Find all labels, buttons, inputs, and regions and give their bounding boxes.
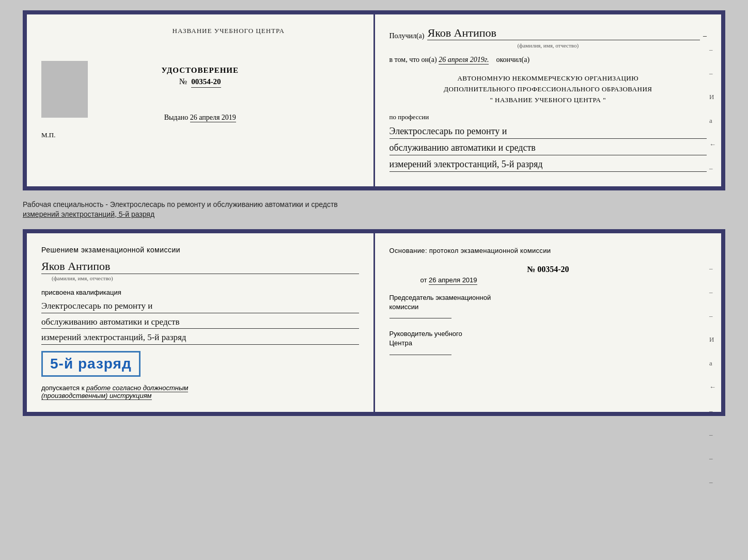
ot-line: от 26 апреля 2019	[389, 276, 707, 284]
protocol-number: № 00354-20	[389, 265, 707, 274]
profession-line2: обслуживанию автоматики и средств	[389, 141, 707, 155]
resheniem-label: Решением экзаменационной комиссии	[41, 246, 359, 254]
dopuskaetsya-italic2: (производственным) инструкциям	[41, 392, 152, 400]
ot-date: 26 апреля 2019	[429, 276, 477, 285]
certificate-number: 00354-20	[191, 77, 221, 88]
udostoverenie-title: УДОСТОВЕРЕНИЕ	[41, 66, 359, 75]
razryad-block: 5-й разряд	[41, 351, 141, 377]
vtom-date: 26 апреля 2019г.	[439, 56, 489, 65]
recipient-name: Яков Антипов	[427, 27, 700, 40]
qual-line3: измерений электростанций, 5-й разряд	[41, 331, 359, 345]
osnovanie-block: Основание: протокол экзаменационной коми…	[389, 246, 707, 257]
bottom-recipient-name: Яков Антипов	[41, 259, 359, 275]
org-block: АВТОНОМНУЮ НЕКОММЕРЧЕСКУЮ ОРГАНИЗАЦИЮ ДО…	[389, 73, 707, 105]
dopuskaetsya-line: допускается к работе согласно должностны…	[41, 384, 359, 399]
side-decoration: – – И а ← –	[709, 45, 716, 172]
bottom-fio-sublabel: (фамилия, имя, отчество)	[52, 275, 359, 281]
rukovoditel-block: Руководитель учебного Центра	[389, 329, 707, 358]
mp-label: М.П.	[41, 131, 359, 139]
profession-line1: Электрослесарь по ремонту и	[389, 124, 707, 139]
bottom-doc-left: Решением экзаменационной комиссии Яков А…	[27, 233, 375, 412]
dopuskaetsya-italic1: работе согласно должностным	[86, 384, 188, 392]
prisvoena-label: присвоена квалификация	[41, 289, 359, 296]
bottom-doc-right: Основание: протокол экзаменационной коми…	[375, 233, 722, 412]
predsedatel-signature-line	[389, 318, 451, 318]
vydano-date: 26 апреля 2019	[190, 114, 236, 122]
profession-line3: измерений электростанций, 5-й разряд	[389, 157, 707, 172]
description-text: Рабочая специальность - Электрослесарь п…	[23, 200, 725, 220]
udostoverenie-number-line: № 00354-20	[41, 77, 359, 88]
rukovoditel-signature-line	[389, 355, 451, 355]
predsedatel-block: Председатель экзаменационной комиссии	[389, 293, 707, 322]
qual-line1: Электрослесарь по ремонту и	[41, 299, 359, 313]
razryad-text: 5-й разряд	[50, 356, 132, 372]
vydano-line: Выдано 26 апреля 2019	[41, 114, 359, 122]
top-doc-left: НАЗВАНИЕ УЧЕБНОГО ЦЕНТРА УДОСТОВЕРЕНИЕ №…	[27, 14, 375, 186]
vtom-line: в том, что он(а) 26 апреля 2019г. окончи…	[389, 56, 707, 64]
top-document: НАЗВАНИЕ УЧЕБНОГО ЦЕНТРА УДОСТОВЕРЕНИЕ №…	[23, 10, 725, 190]
po-professii-label: по профессии	[389, 113, 707, 121]
fio-sublabel: (фамилия, имя, отчество)	[389, 42, 707, 49]
photo-placeholder	[41, 61, 88, 118]
bottom-document: Решением экзаменационной комиссии Яков А…	[23, 229, 725, 416]
bottom-side-decoration: – – – И а ← – – – –	[709, 264, 716, 486]
poluchil-line: Получил(а) Яков Антипов –	[389, 27, 707, 40]
top-doc-right: Получил(а) Яков Антипов – (фамилия, имя,…	[375, 14, 722, 186]
qual-line2: обслуживанию автоматики и средств	[41, 315, 359, 329]
training-center-label: НАЗВАНИЕ УЧЕБНОГО ЦЕНТРА	[98, 27, 359, 35]
